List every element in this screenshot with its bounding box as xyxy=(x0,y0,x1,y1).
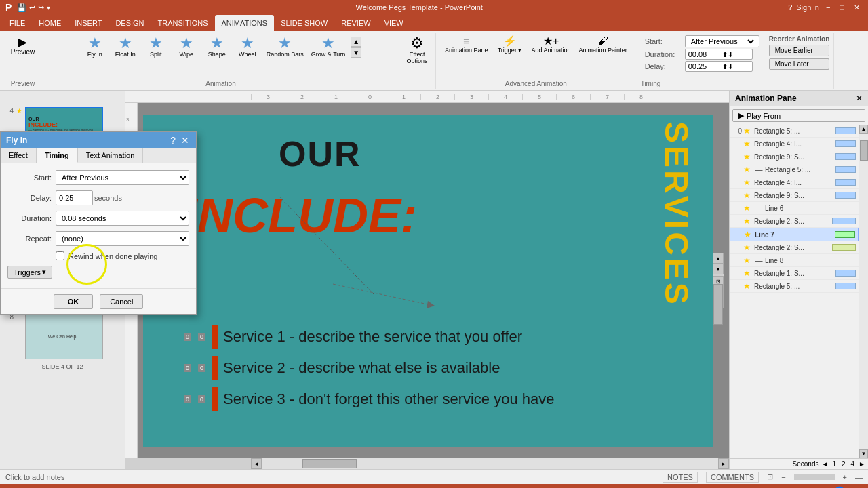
dialog-duration-label: Duration: xyxy=(7,214,52,222)
undo-icon[interactable]: ↩ xyxy=(29,3,35,12)
dialog-repeat-label: Repeat: xyxy=(7,235,52,243)
dialog-ok-btn[interactable]: OK xyxy=(54,294,94,309)
tab-review[interactable]: REVIEW xyxy=(334,15,377,31)
dialog-repeat-select[interactable]: (none) 2 3 Until Next Click Until End of… xyxy=(56,231,189,246)
ribbon-tabs: FILE HOME INSERT DESIGN TRANSITIONS ANIM… xyxy=(0,15,868,31)
tab-slideshow[interactable]: SLIDE SHOW xyxy=(274,15,334,31)
delay-input[interactable]: 00.25 xyxy=(688,62,722,70)
dialog-delay-input-group: seconds xyxy=(56,190,189,205)
tab-view[interactable]: VIEW xyxy=(378,15,410,31)
close-button[interactable]: ✕ xyxy=(851,3,863,12)
dialog-overlay: Fly In ? ✕ Effect Timing Text Animation … xyxy=(0,91,868,469)
preview-buttons: ▶ Preview xyxy=(7,34,39,58)
floatin-label: Float In xyxy=(115,51,136,58)
comments-btn[interactable]: COMMENTS xyxy=(706,472,759,483)
fit-btn[interactable]: ⊡ xyxy=(767,472,773,481)
redo-icon[interactable]: ↪ xyxy=(38,3,44,12)
maximize-button[interactable]: □ xyxy=(837,3,847,12)
animation-wheel[interactable]: ★ Wheel xyxy=(233,34,262,60)
tab-home[interactable]: HOME xyxy=(32,15,68,31)
dialog-help-btn[interactable]: ? xyxy=(169,135,177,146)
dialog-rewind-checkbox[interactable] xyxy=(56,251,64,260)
reorder-panel: Reorder Animation Move Earlier Move Late… xyxy=(769,34,830,73)
effect-icon: ⚙ xyxy=(410,36,424,51)
wipe-label: Wipe xyxy=(180,51,194,58)
dialog-titlebar-btns: ? ✕ xyxy=(169,135,191,146)
delay-spin-icon[interactable]: ⬆⬇ xyxy=(722,63,733,70)
zoom-out-btn[interactable]: − xyxy=(781,473,785,481)
title-bar-controls: ? Sign in − □ ✕ xyxy=(788,3,863,12)
animation-growturn[interactable]: ★ Grow & Turn xyxy=(308,34,349,60)
reorder-label: Reorder Animation xyxy=(769,35,830,43)
animation-flyin[interactable]: ★ Fly In xyxy=(80,34,110,60)
add-animation-button[interactable]: ★+ Add Animation xyxy=(528,34,574,56)
tab-transitions[interactable]: TRANSITIONS xyxy=(151,15,215,31)
tab-design[interactable]: DESIGN xyxy=(108,15,151,31)
move-earlier-button[interactable]: Move Earlier xyxy=(769,45,830,56)
dialog-tab-timing[interactable]: Timing xyxy=(37,148,78,163)
powerpoint-logo: P xyxy=(5,2,12,13)
advanced-group-label: Advanced Animation xyxy=(505,79,567,87)
title-bar-left: P 💾 ↩ ↪ ▾ xyxy=(5,2,50,13)
ribbon-group-preview: ▶ Preview Preview xyxy=(3,33,43,89)
window-title: Welcome Pegs Template - PowerPoint xyxy=(50,3,788,12)
dialog-delay-input[interactable] xyxy=(56,190,93,205)
ribbon-group-timing: Start: On Click With Previous After Prev… xyxy=(637,33,835,89)
help-icon[interactable]: ? xyxy=(788,3,792,12)
dialog-start-select[interactable]: On Click With Previous After Previous xyxy=(56,170,189,185)
dialog-footer: OK Cancel xyxy=(1,288,196,314)
dialog-tab-effect[interactable]: Effect xyxy=(1,148,37,163)
dialog-cancel-btn[interactable]: Cancel xyxy=(100,294,143,309)
add-anim-icon: ★+ xyxy=(543,36,559,47)
tab-animations[interactable]: ANIMATIONS xyxy=(215,15,275,31)
shape-icon: ★ xyxy=(210,36,224,51)
animation-painter-button[interactable]: 🖌 Animation Painter xyxy=(576,34,631,56)
trigger-button[interactable]: ⚡ Trigger ▾ xyxy=(493,34,527,56)
quick-save-icon[interactable]: 💾 xyxy=(17,3,26,12)
zoom-percent: — xyxy=(855,473,863,481)
trigger-icon: ⚡ xyxy=(503,36,517,47)
anim-painter-icon: 🖌 xyxy=(597,36,608,47)
tab-insert[interactable]: INSERT xyxy=(68,15,108,31)
split-icon: ★ xyxy=(149,36,163,51)
animation-randombars[interactable]: ★ Random Bars xyxy=(263,34,307,60)
animation-pane-button[interactable]: ≡ Animation Pane xyxy=(441,34,492,56)
ribbon-group-effect: ⚙ EffectOptions xyxy=(399,33,436,89)
notes-bar: Click to add notes NOTES COMMENTS ⊡ − + … xyxy=(0,469,868,484)
dialog-tabs: Effect Timing Text Animation xyxy=(1,148,196,163)
dialog-triggers-btn[interactable]: Triggers ▾ xyxy=(7,266,52,279)
dialog-close-btn[interactable]: ✕ xyxy=(180,135,191,146)
anim-scroll-down[interactable]: ▼ xyxy=(351,47,361,58)
flyin-label: Fly In xyxy=(87,51,102,58)
start-value-field[interactable]: On Click With Previous After Previous xyxy=(685,35,760,47)
duration-value-field[interactable]: 00.08 ⬆⬇ xyxy=(685,49,753,60)
minimize-button[interactable]: − xyxy=(823,3,833,12)
anim-scroll-up[interactable]: ▲ xyxy=(351,37,361,47)
main-workspace: 4 ★ OUR INCLUDE: — Service 1 - describe … xyxy=(0,91,868,469)
signin-label[interactable]: Sign in xyxy=(796,3,819,12)
dialog-title: Fly In xyxy=(6,136,27,145)
timing-group-label: Timing xyxy=(641,79,661,87)
duration-input[interactable]: 00.08 xyxy=(688,50,722,58)
notes-placeholder[interactable]: Click to add notes xyxy=(5,473,654,481)
duration-spin-icon[interactable]: ⬆⬇ xyxy=(722,51,733,58)
zoom-in-btn[interactable]: + xyxy=(843,473,847,481)
start-select[interactable]: On Click With Previous After Previous xyxy=(688,37,756,46)
title-bar: P 💾 ↩ ↪ ▾ Welcome Pegs Template - PowerP… xyxy=(0,0,868,15)
ribbon: ▶ Preview Preview ★ Fly In ★ Float In ★ … xyxy=(0,31,868,91)
preview-button[interactable]: ▶ Preview xyxy=(7,34,39,58)
notes-btn[interactable]: NOTES xyxy=(663,472,698,483)
zoom-slider[interactable] xyxy=(794,474,835,480)
animation-floatin[interactable]: ★ Float In xyxy=(111,34,140,60)
split-label: Split xyxy=(150,51,162,58)
animation-wipe[interactable]: ★ Wipe xyxy=(172,34,201,60)
tab-file[interactable]: FILE xyxy=(3,15,32,31)
dialog-tab-textanim[interactable]: Text Animation xyxy=(78,148,144,163)
animation-shape[interactable]: ★ Shape xyxy=(202,34,232,60)
effect-options-button[interactable]: ⚙ EffectOptions xyxy=(403,34,431,66)
dialog-duration-row: Duration: 0.08 seconds 0.25 seconds 0.5 … xyxy=(7,211,189,226)
move-later-button[interactable]: Move Later xyxy=(769,58,830,70)
animation-split[interactable]: ★ Split xyxy=(141,34,171,60)
delay-value-field[interactable]: 00.25 ⬆⬇ xyxy=(685,61,753,72)
dialog-duration-select[interactable]: 0.08 seconds 0.25 seconds 0.5 seconds 1 … xyxy=(56,211,189,226)
